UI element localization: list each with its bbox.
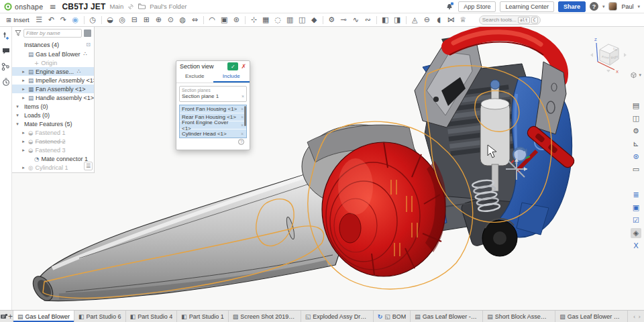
- tab-bom[interactable]: ↻ ◱ BOM: [374, 311, 411, 322]
- named-positions-icon[interactable]: ◧: [380, 15, 391, 25]
- share-button[interactable]: Share: [558, 1, 586, 12]
- tree-row-gas-leaf-blower[interactable]: ▤ Gas Leaf Blower ∴: [12, 50, 94, 58]
- mate-connector-icon[interactable]: ⊛: [231, 15, 242, 25]
- replicate-icon[interactable]: ⊹: [248, 15, 260, 25]
- section-plane-item[interactable]: Section plane 1 ×: [182, 93, 244, 99]
- tree-row-cylindrical-1[interactable]: ▸ ◎ Cylindrical 1: [12, 163, 94, 172]
- filter-input[interactable]: Filter by name: [23, 29, 82, 38]
- tree-group-mate-features[interactable]: ▾ Mate Features (5): [12, 119, 94, 128]
- tab-exploded-assy-drawing[interactable]: ◱ Exploded Assy Drawing: [301, 311, 374, 322]
- tab-include[interactable]: Include: [213, 72, 250, 83]
- accept-button[interactable]: ✓: [227, 62, 238, 70]
- materials-panel-icon[interactable]: ⊛: [631, 152, 641, 162]
- tree-header-instances[interactable]: Instances (4) ⊡: [12, 40, 94, 50]
- mirror-icon[interactable]: ▥: [284, 15, 296, 25]
- section-view-icon[interactable]: ◬: [409, 15, 421, 25]
- tree-row-fan-assembly[interactable]: ▸ ▦ Fan Assembly <1>: [12, 85, 94, 93]
- belt-relation-icon[interactable]: ∿: [350, 15, 362, 25]
- panel-resize-toggle-icon[interactable]: ☰: [84, 162, 93, 170]
- workspace-name[interactable]: Main: [110, 3, 124, 10]
- rack-pinion-icon[interactable]: ∾: [362, 15, 374, 25]
- app-store-button[interactable]: App Store: [458, 1, 496, 12]
- onshape-logo[interactable]: onshape: [4, 3, 43, 11]
- appearance-icon[interactable]: ⊖: [421, 15, 433, 25]
- remove-item-icon[interactable]: ×: [239, 107, 244, 111]
- screw-relation-icon[interactable]: ⊸: [338, 15, 350, 25]
- tree-row-handle-assembly[interactable]: ▸ ▤ Handle assembly <1>: [12, 93, 94, 102]
- mate-parallel-icon[interactable]: ⇔: [189, 15, 201, 25]
- cad-app-icon[interactable]: ◈: [631, 228, 641, 238]
- redo-icon[interactable]: ↷: [58, 15, 69, 25]
- remove-plane-icon[interactable]: ×: [239, 94, 244, 99]
- linear-pattern-icon[interactable]: ▦: [260, 15, 272, 25]
- tab-part-studio-6[interactable]: ◧ Part Studio 6: [74, 311, 126, 322]
- exploded-view-icon[interactable]: ◆: [309, 15, 320, 25]
- revision-history-icon[interactable]: ◷: [87, 15, 99, 25]
- interference-icon[interactable]: ⋈: [445, 15, 457, 25]
- tab-gas-leaf-blower[interactable]: ▤ Gas Leaf Blower: [13, 311, 74, 322]
- 3d-viewport[interactable]: [12, 27, 644, 310]
- view-options-button[interactable]: ▾: [630, 71, 641, 78]
- impeller-part[interactable]: [322, 142, 446, 276]
- circular-pattern-icon[interactable]: ◌: [272, 15, 284, 25]
- tab-gas-leaf-blower-render[interactable]: ▨ Gas Leaf Blower Rende...: [555, 311, 628, 322]
- search-tools-input[interactable]: Search tools... alt C: [479, 15, 541, 25]
- tree-row-fastened-2[interactable]: ▸ ◒ Fastened 2: [12, 137, 94, 146]
- mate-connector-panel-icon[interactable]: [1, 31, 11, 40]
- rail-gap[interactable]: [631, 177, 641, 187]
- insert-button[interactable]: ⊞ Insert: [3, 15, 33, 24]
- comments-panel-icon[interactable]: [1, 46, 11, 56]
- mate-revolute-icon[interactable]: ◎: [117, 15, 128, 25]
- sketch-icon[interactable]: ◉: [70, 15, 81, 25]
- mate-cylindrical-icon[interactable]: ⊕: [153, 15, 164, 25]
- tree-item-suffix-icon[interactable]: ⊡: [86, 42, 91, 48]
- tree-group-loads[interactable]: ▾ Loads (0): [12, 111, 94, 119]
- mate-fastened-icon[interactable]: ◒: [105, 15, 116, 25]
- assembly-tree-icon[interactable]: ☰: [34, 15, 45, 25]
- filter-funnel-icon[interactable]: [15, 30, 21, 38]
- tree-item-suffix-icon[interactable]: ∴: [77, 68, 80, 74]
- remove-item-icon[interactable]: ×: [239, 115, 244, 119]
- simulation-icon[interactable]: ♕: [458, 15, 469, 25]
- toolbar-separator[interactable]: [201, 15, 206, 25]
- tab-screen-shot[interactable]: ▨ Screen Shot 2019-06-2...: [229, 311, 301, 322]
- versions-panel-icon[interactable]: [1, 62, 11, 71]
- mate-pin-slot-icon[interactable]: ⊙: [165, 15, 176, 25]
- include-item-front-fan-housing[interactable]: Front Fan Housing <1> ×: [180, 105, 246, 113]
- configuration-panel-icon[interactable]: ⚙: [631, 126, 641, 136]
- mate-slider-icon[interactable]: ⊟: [129, 15, 140, 25]
- link-icon[interactable]: [127, 3, 134, 10]
- create-tab-button[interactable]: +: [8, 311, 13, 322]
- filter-options-button[interactable]: [84, 30, 91, 37]
- x-app-icon[interactable]: X: [631, 241, 641, 251]
- view-cube[interactable]: Top Front Right Z X: [588, 35, 629, 76]
- user-avatar[interactable]: [608, 2, 617, 11]
- history-panel-icon[interactable]: [1, 77, 11, 87]
- bom-table-panel-icon[interactable]: ▤: [631, 101, 641, 111]
- list-scrollbar[interactable]: [244, 106, 246, 126]
- tabs-next-icon[interactable]: ›: [638, 313, 641, 320]
- document-menu-icon[interactable]: ≡: [47, 2, 58, 11]
- tree-row-fastened-1[interactable]: ▸ ◒ Fastened 1: [12, 128, 94, 137]
- tree-row-fastened-3[interactable]: ▸ ◒ Fastened 3: [12, 146, 94, 154]
- mate-ball-icon[interactable]: ◍: [177, 15, 189, 25]
- remove-item-icon[interactable]: ×: [239, 131, 244, 136]
- include-item-front-engine-cover[interactable]: Front Engine Cover <1> ×: [180, 121, 246, 129]
- gear-relation-icon[interactable]: ⚙: [326, 15, 337, 25]
- tree-row-engine-assembly[interactable]: ▸ ▤ Engine asse... ∴: [12, 67, 94, 76]
- toolbar-separator[interactable]: [243, 15, 248, 25]
- notifications-bell-icon[interactable]: [445, 1, 454, 11]
- tree-group-items[interactable]: ▾ Items (0): [12, 102, 94, 111]
- clipboard-app-icon[interactable]: ▣: [631, 203, 641, 213]
- toolbar-separator[interactable]: [374, 15, 379, 25]
- tasks-app-icon[interactable]: ☑: [631, 215, 641, 225]
- tree-row-impeller-assembly[interactable]: ▸ ▤ Impeller Assembly <1>: [12, 76, 94, 85]
- remove-item-icon[interactable]: ×: [239, 123, 244, 127]
- tree-item-suffix-icon[interactable]: ∴: [84, 51, 87, 57]
- tab-part-studio-4[interactable]: ◧ Part Studio 4: [126, 311, 178, 322]
- display-states-icon[interactable]: ◨: [392, 15, 403, 25]
- undo-icon[interactable]: ↶: [46, 15, 57, 25]
- notes-app-icon[interactable]: ≣: [631, 190, 641, 200]
- toolbar-separator[interactable]: [99, 15, 104, 25]
- toolbar-separator[interactable]: [82, 15, 87, 25]
